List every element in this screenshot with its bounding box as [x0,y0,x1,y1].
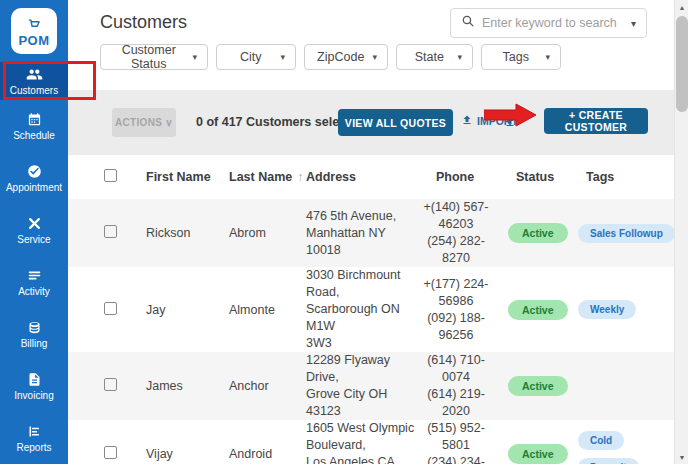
sidebar-item-customers[interactable]: Customers [0,62,68,100]
tag-badge: Deposit [578,458,639,464]
table-header-row: First Name Last Name↑ Address Phone Stat… [68,155,674,199]
logo-text: POM [18,33,49,48]
search-input[interactable] [482,16,624,30]
cell-phone: (515) 952-5801 (234) 234-234234 [418,420,508,464]
select-all-checkbox[interactable] [104,169,117,182]
sidebar-item-label: Invoicing [14,390,53,401]
customers-group-icon [26,67,43,82]
status-badge: Active [508,223,568,243]
chevron-down-icon: ∨ [165,117,173,128]
sort-asc-icon: ↑ [297,170,303,184]
sidebar-item-service[interactable]: Service [0,204,68,256]
table-row[interactable]: Vijay Android 1605 West Olympic Boulevar… [68,420,674,464]
sidebar-item-schedule[interactable]: Schedule [0,100,68,152]
coins-icon [27,320,42,335]
filter-state[interactable]: State ▾ [396,44,473,70]
chevron-down-icon: ▾ [280,52,285,62]
search-icon [461,14,475,32]
cell-status: Active [508,444,578,464]
page-title: Customers [100,12,187,33]
main-content: Customers ▾ Customer Status ▾ City ▾ Zip… [68,0,674,464]
plus-icon: + [569,109,575,121]
column-header-tags[interactable]: Tags [578,170,674,184]
calendar-icon [27,112,42,127]
vertical-scrollbar[interactable]: ▲ ▼ [674,0,688,464]
create-customer-button[interactable]: + CREATE CUSTOMER [544,108,648,134]
table-row[interactable]: Jay Almonte 3030 Birchmount Road, Scarbo… [68,267,674,352]
cell-address: 1605 West Olympic Boulevard, Los Angeles… [306,420,418,464]
scroll-down-icon[interactable]: ▼ [675,450,688,464]
scroll-up-icon[interactable]: ▲ [675,0,688,14]
check-circle-icon [27,164,42,179]
cell-first-name: Jay [146,303,229,317]
column-header-first-name[interactable]: First Name [146,170,229,184]
sidebar-item-label: Billing [21,338,48,349]
cell-address: 3030 Birchmount Road, Scarborough ON M1W… [306,267,418,352]
sidebar-item-billing[interactable]: Billing [0,308,68,360]
filter-row: Customer Status ▾ City ▾ ZipCode ▾ State… [100,44,561,70]
cell-first-name: Rickson [146,226,229,240]
crossed-tools-icon [27,216,42,231]
cell-status: Active [508,300,578,320]
search-dropdown-caret-icon[interactable]: ▾ [631,18,636,29]
sidebar-item-activity[interactable]: Activity [0,256,68,308]
report-chart-icon [27,424,42,439]
column-header-phone[interactable]: Phone [418,170,508,184]
chevron-down-icon: ▾ [457,52,462,62]
cell-last-name: Anchor [229,379,306,393]
status-badge: Active [508,300,568,320]
row-checkbox[interactable] [104,302,117,315]
filter-customer-status[interactable]: Customer Status ▾ [100,44,208,70]
cell-address: 476 5th Avenue, Manhattan NY 10018 [306,208,418,259]
sidebar-item-reports[interactable]: Reports [0,412,68,464]
chevron-down-icon: ▾ [192,52,197,62]
column-header-address[interactable]: Address [306,170,418,184]
cell-tags: Weekly [578,300,674,319]
chevron-down-icon: ▾ [372,52,377,62]
tag-badge: Weekly [578,300,636,319]
view-all-quotes-button[interactable]: VIEW ALL QUOTES [338,109,453,136]
column-header-last-name[interactable]: Last Name↑ [229,170,306,184]
sidebar-item-label: Customers [10,85,58,96]
column-header-status[interactable]: Status [508,170,578,184]
sidebar-item-label: Activity [18,286,50,297]
sidebar-item-appointment[interactable]: Appointment [0,152,68,204]
cell-status: Active [508,376,578,396]
import-upload-icon [461,114,473,128]
scrollbar-thumb[interactable] [676,16,688,112]
table-row[interactable]: James Anchor 12289 Flyaway Drive, Grove … [68,352,674,420]
list-lines-icon [27,268,42,283]
sidebar: POM Customers Schedule Appointment Servi… [0,0,68,464]
document-icon [27,372,42,387]
cell-phone: +(140) 567-46203 (254) 282-8270 [418,199,508,267]
row-checkbox[interactable] [104,225,117,238]
search-box: ▾ [450,8,647,38]
tag-badge: Cold [578,431,624,450]
cell-first-name: James [146,379,229,393]
actions-button[interactable]: ACTIONS ∨ [112,108,176,137]
table-body: Rickson Abrom 476 5th Avenue, Manhattan … [68,199,674,464]
cell-status: Active [508,223,578,243]
status-badge: Active [508,376,568,396]
sidebar-item-label: Appointment [6,182,62,193]
table-row[interactable]: Rickson Abrom 476 5th Avenue, Manhattan … [68,199,674,267]
toolbar: ACTIONS ∨ 0 of 417 Customers selected VI… [68,90,674,155]
app-logo[interactable]: POM [11,8,57,54]
filter-zipcode[interactable]: ZipCode ▾ [304,44,388,70]
filter-city[interactable]: City ▾ [216,44,296,70]
sidebar-nav: Customers Schedule Appointment Service A… [0,62,68,464]
status-badge: Active [508,444,568,464]
cell-phone: (614) 710-0074 (614) 219-2020 [418,352,508,420]
row-checkbox[interactable] [104,378,117,391]
cart-icon [27,14,41,32]
filter-tags[interactable]: Tags ▾ [481,44,561,70]
sidebar-item-label: Schedule [13,130,55,141]
sidebar-item-label: Service [17,234,50,245]
export-icon[interactable] [504,114,516,132]
chevron-down-icon: ▾ [545,52,550,62]
cell-last-name: Android [229,447,306,461]
cell-first-name: Vijay [146,447,229,461]
sidebar-item-invoicing[interactable]: Invoicing [0,360,68,412]
cell-tags: Cold Deposit [578,431,674,464]
row-checkbox[interactable] [104,446,117,459]
